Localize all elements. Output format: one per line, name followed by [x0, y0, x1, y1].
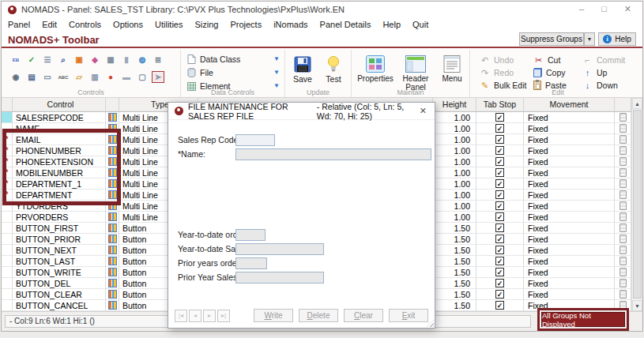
menu-quit[interactable]: Quit	[412, 20, 428, 29]
row-selector[interactable]	[2, 212, 13, 223]
tab-stop-checkbox[interactable]: ✓	[495, 157, 504, 166]
height-cell[interactable]: 1.50	[433, 267, 476, 278]
control-name-cell[interactable]: BUTTON_NEXT	[13, 245, 106, 256]
tab-stop-cell[interactable]: ✓	[476, 178, 524, 190]
menu-panel-details[interactable]: Panel Details	[320, 20, 371, 29]
row-selector[interactable]: *	[2, 145, 13, 156]
tab-stop-checkbox[interactable]: ✓	[495, 146, 504, 155]
row-selector[interactable]	[2, 278, 13, 289]
row-selector[interactable]: *	[2, 190, 13, 201]
move-up-button[interactable]: ↑Up	[582, 68, 639, 77]
movement-cell[interactable]: Fixed	[524, 156, 615, 167]
row-selector[interactable]: *	[2, 156, 13, 167]
grid-control-icon[interactable]: ▦	[104, 54, 117, 66]
sales-rep-code-field[interactable]	[235, 134, 275, 146]
row-selector[interactable]	[2, 201, 13, 212]
redo-button[interactable]: ↷Redo	[480, 68, 533, 78]
radio-button-icon[interactable]: ◉	[9, 71, 22, 83]
pointer-icon[interactable]: ➤	[152, 71, 164, 83]
vertical-slider-icon[interactable]: ▮	[120, 54, 133, 66]
movement-cell[interactable]: Fixed	[524, 245, 615, 256]
text-button-icon[interactable]: EB	[9, 54, 22, 66]
height-cell[interactable]: 1.00	[433, 112, 476, 123]
suppress-groups-dropdown[interactable]: ▼	[584, 32, 595, 46]
write-button[interactable]: Write	[254, 309, 293, 322]
dialog-close-icon[interactable]: ✕	[420, 106, 427, 116]
copy-button[interactable]: Copy	[533, 68, 582, 77]
menu-button[interactable]: Menu	[437, 54, 467, 83]
control-name-cell[interactable]: BUTTON_WRITE	[13, 267, 106, 278]
ytd-sales-field[interactable]	[235, 243, 324, 255]
height-cell[interactable]: 1.50	[433, 300, 476, 311]
movement-cell[interactable]: Fixed	[524, 201, 615, 212]
row-properties-icon[interactable]	[620, 157, 627, 166]
delete-button[interactable]: Delete	[299, 309, 338, 322]
tab-stop-checkbox[interactable]: ✓	[495, 190, 504, 199]
data-class-dropdown-icon[interactable]: ▼	[273, 55, 280, 62]
tab-stop-checkbox[interactable]: ✓	[495, 124, 504, 133]
control-name-cell[interactable]: PRVORDERS	[13, 212, 106, 223]
tab-stop-cell[interactable]: ✓	[476, 190, 524, 201]
tab-stop-cell[interactable]: ✓	[476, 234, 524, 245]
tab-stop-checkbox[interactable]: ✓	[495, 246, 504, 254]
help-button[interactable]: i Help	[598, 32, 636, 46]
movement-cell[interactable]: Fixed	[524, 267, 615, 278]
control-name-cell[interactable]: BUTTON_DEL	[13, 278, 106, 289]
tab-stop-checkbox[interactable]: ✓	[495, 179, 504, 188]
row-properties-icon[interactable]	[620, 201, 627, 210]
horizontal-slider-icon[interactable]: ▬	[120, 71, 133, 83]
control-name-cell[interactable]: PHONEEXTENSION	[13, 156, 106, 167]
movement-cell[interactable]: Fixed	[524, 223, 615, 234]
menu-projects[interactable]: Projects	[230, 20, 262, 29]
menu-inomads[interactable]: iNomads	[273, 20, 307, 29]
tab-stop-checkbox[interactable]: ✓	[495, 235, 504, 243]
tab-stop-checkbox[interactable]: ✓	[495, 212, 504, 221]
row-selector[interactable]	[2, 300, 13, 311]
row-selector[interactable]: *	[2, 134, 13, 145]
menu-panel[interactable]: Panel	[8, 20, 30, 29]
movement-cell[interactable]: Fixed	[524, 178, 615, 190]
height-cell[interactable]: 1.00	[433, 212, 476, 223]
tab-stop-cell[interactable]: ✓	[476, 112, 524, 123]
menu-help[interactable]: Help	[382, 20, 401, 29]
tab-stop-cell[interactable]: ✓	[476, 123, 524, 134]
memo-icon[interactable]: ≣	[152, 54, 164, 66]
row-selector[interactable]	[2, 245, 13, 256]
file-dropdown-icon[interactable]: ▼	[273, 69, 280, 76]
row-selector[interactable]	[2, 223, 13, 234]
undo-button[interactable]: ↶Undo	[480, 55, 533, 66]
row-selector[interactable]	[2, 234, 13, 245]
control-name-cell[interactable]: DEPARTMENT	[13, 190, 106, 201]
checkbox-icon[interactable]: ✓	[25, 54, 38, 66]
tab-stop-checkbox[interactable]: ✓	[495, 290, 504, 299]
control-name-cell[interactable]: BUTTON_CLEAR	[13, 289, 106, 300]
tab-stop-checkbox[interactable]: ✓	[495, 168, 504, 177]
tab-stop-checkbox[interactable]: ✓	[495, 135, 504, 144]
tab-stop-checkbox[interactable]: ✓	[495, 279, 504, 287]
tab-stop-cell[interactable]: ✓	[476, 289, 524, 300]
height-cell[interactable]: 1.00	[433, 134, 476, 145]
clear-button[interactable]: Clear	[344, 309, 383, 322]
row-properties-icon[interactable]	[620, 146, 627, 155]
menu-sizing[interactable]: Sizing	[194, 20, 218, 29]
height-cell[interactable]: 1.00	[433, 156, 476, 167]
tab-stop-checkbox[interactable]: ✓	[495, 201, 504, 210]
tab-stop-checkbox[interactable]: ✓	[495, 223, 504, 232]
row-selector[interactable]	[2, 289, 13, 300]
name-field[interactable]	[235, 148, 431, 160]
tab-stop-cell[interactable]: ✓	[476, 245, 524, 256]
scroll-up-icon[interactable]: ▲	[632, 98, 642, 109]
image-icon[interactable]: ▣	[73, 54, 85, 66]
row-selector[interactable]: *	[2, 167, 13, 178]
movement-cell[interactable]: Fixed	[524, 123, 615, 134]
menu-edit[interactable]: Edit	[42, 20, 57, 29]
control-name-cell[interactable]: BUTTON_LAST	[13, 256, 106, 267]
nav-last-button[interactable]: ▸|	[217, 310, 230, 322]
menu-options[interactable]: Options	[113, 20, 143, 29]
movement-cell[interactable]: Fixed	[524, 167, 615, 178]
tab-stop-cell[interactable]: ✓	[476, 267, 524, 278]
movement-cell[interactable]: Fixed	[524, 212, 615, 223]
tab-stop-cell[interactable]: ✓	[476, 223, 524, 234]
control-name-cell[interactable]: SALESREPCODE	[13, 112, 106, 123]
list-form-icon[interactable]: ☰	[41, 54, 54, 66]
